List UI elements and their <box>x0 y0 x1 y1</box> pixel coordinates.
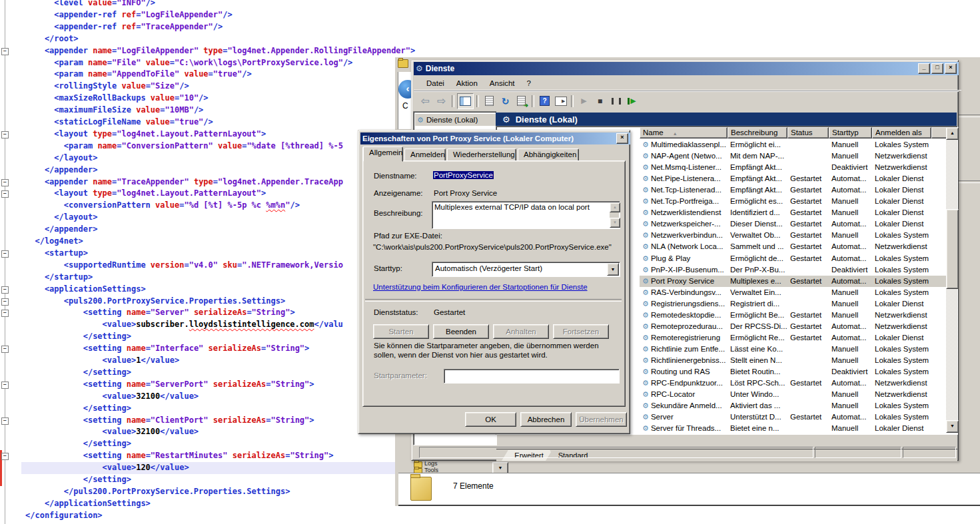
fold-toggle-icon[interactable]: − <box>1 453 9 460</box>
anhalten-button[interactable]: Anhalten <box>493 324 549 339</box>
service-cell: Gestartet <box>787 253 829 264</box>
starttyp-combobox[interactable]: Automatisch (Verzögerter Start) ▼ <box>432 262 620 277</box>
combo-dropdown-icon[interactable]: ▼ <box>607 263 619 276</box>
service-gear-icon: ⚙ <box>642 334 649 342</box>
column-header-starttyp[interactable]: Starttyp <box>829 127 872 138</box>
service-row[interactable]: ⚙ServerUnterstützt D...GestartetAutomat.… <box>640 411 947 423</box>
tab-anmelden[interactable]: Anmelden <box>404 148 446 162</box>
menu-?[interactable]: ? <box>521 78 537 89</box>
menu-aktion[interactable]: Aktion <box>450 78 484 89</box>
extended-view-icon[interactable]: ▶ <box>553 94 568 109</box>
fold-toggle-icon[interactable]: − <box>1 48 9 55</box>
folder-item[interactable]: Logs <box>424 461 438 467</box>
fold-toggle-icon[interactable]: − <box>1 286 9 294</box>
column-header-name[interactable]: Name▲ <box>640 127 728 138</box>
menu-datei[interactable]: Datei <box>420 78 450 89</box>
service-cell: Löst RPC-Sch... <box>728 378 787 389</box>
service-row[interactable]: ⚙Net.Tcp-Portfreiga...Ermöglicht es...Ge… <box>640 196 947 207</box>
service-row[interactable]: ⚙Registrierungsdiens...Registriert di...… <box>640 298 947 310</box>
abbrechen-button[interactable]: Abbrechen <box>520 412 572 427</box>
service-row[interactable]: ⚙Netzwerkverbindun...Verwaltet Ob...Gest… <box>640 230 947 241</box>
service-row[interactable]: ⚙RemoteregistrierungErmöglicht Re...Gest… <box>640 332 947 344</box>
export-list-icon[interactable]: ➜ <box>514 94 529 109</box>
help-icon[interactable]: ? <box>537 94 552 109</box>
show-console-tree-icon[interactable] <box>457 93 474 109</box>
restart-service-icon[interactable]: ▶ <box>624 94 640 109</box>
services-scrollbar[interactable]: ▲ ▼ <box>946 127 957 433</box>
fold-toggle-icon[interactable]: − <box>1 417 9 425</box>
service-row[interactable]: ⚙Net.Pipe-Listenera...Empfängt Akt...Ges… <box>640 173 947 184</box>
service-row[interactable]: ⚙Routing und RASBietet Routin...Deaktivi… <box>640 366 947 378</box>
service-cell: Unterstützt D... <box>728 411 787 423</box>
fold-toggle-icon[interactable]: − <box>1 179 9 186</box>
service-row[interactable]: ⚙Net.Msmq-Listener...Empfängt Akt...Deak… <box>640 162 947 173</box>
tree-item-dienste-lokal[interactable]: ⚙ Dienste (Lokal) <box>415 114 496 126</box>
beschreibung-textbox[interactable]: Multiplexes external TCP/IP data on loca… <box>432 201 620 229</box>
startoptions-help-link[interactable]: Unterstützung beim Konfigurieren der Sta… <box>373 283 588 291</box>
service-row[interactable]: ⚙Server für Threads...Bietet eine n...Ma… <box>640 423 947 433</box>
fold-toggle-icon[interactable]: − <box>1 250 9 258</box>
service-row[interactable]: ⚙Net.Tcp-Listenerad...Empfängt Akt...Ges… <box>640 184 947 196</box>
pause-service-icon[interactable] <box>608 94 624 109</box>
service-name: ⚙Netzwerklistendienst <box>640 207 728 218</box>
service-row[interactable]: ⚙RPC-Endpunktzuor...Löst RPC-Sch...Gesta… <box>640 378 947 389</box>
übernehmen-button[interactable]: Übernehmen <box>576 412 627 427</box>
service-row[interactable]: ⚙NLA (Network Loca...Sammelt und ...Gest… <box>640 241 947 252</box>
service-name: ⚙Net.Tcp-Portfreiga... <box>640 196 728 207</box>
service-name: ⚙Richtlinienergebniss... <box>640 355 728 366</box>
service-row[interactable]: ⚙Richtlinienergebniss...Stellt einen N..… <box>640 355 947 366</box>
service-row[interactable]: ⚙Richtlinie zum Entfe...Lässt eine Ko...… <box>640 344 947 355</box>
tab-abhängigkeiten[interactable]: Abhängigkeiten <box>518 148 579 162</box>
scroll-up-icon[interactable]: ▲ <box>610 202 620 212</box>
dialog-title-bar[interactable]: Eigenschaften von Port Proxy Service (Lo… <box>360 132 630 144</box>
fold-toggle-icon[interactable]: − <box>1 310 9 317</box>
start-service-icon[interactable]: ▶ <box>576 94 592 109</box>
fold-toggle-icon[interactable]: − <box>1 346 9 353</box>
dialog-close-icon[interactable]: × <box>616 133 628 144</box>
service-row[interactable]: ⚙RAS-Verbindungsv...Verwaltet Ein...Manu… <box>640 287 947 298</box>
service-row[interactable]: ⚙Remoteprozedurau...Der RPCSS-Di...Gesta… <box>640 321 947 332</box>
service-row[interactable]: ⚙NAP-Agent (Netwo...Mit dem NAP-...Manue… <box>640 150 947 162</box>
properties-icon[interactable] <box>482 94 497 109</box>
service-row[interactable]: ⚙Port Proxy ServiceMultiplexes e...Gesta… <box>640 276 947 287</box>
scroll-down-button[interactable]: ▼ <box>946 420 959 433</box>
scroll-down-icon[interactable]: ▼ <box>610 218 620 228</box>
fortsetzen-button[interactable]: Fortsetzen <box>553 324 609 339</box>
starten-button[interactable]: Starten <box>373 324 429 339</box>
service-row[interactable]: ⚙PnP-X-IP-Busenum...Der PnP-X-Bu...Deakt… <box>640 264 947 276</box>
menu-ansicht[interactable]: Ansicht <box>484 78 521 89</box>
beenden-button[interactable]: Beenden <box>433 324 489 339</box>
service-row[interactable]: ⚙RPC-LocatorUnter Windo...ManuellNetzwer… <box>640 389 947 400</box>
service-gear-icon: ⚙ <box>642 163 649 172</box>
minimize-button[interactable]: _ <box>918 63 930 74</box>
scrollbar-thumb[interactable] <box>946 209 959 289</box>
maximize-button[interactable]: □ <box>931 63 943 74</box>
startparameter-input[interactable] <box>444 369 620 384</box>
service-row[interactable]: ⚙Remotedesktopdie...Ermöglicht Be...Gest… <box>640 310 947 321</box>
forward-icon[interactable]: ⇨ <box>434 94 449 109</box>
service-row[interactable]: ⚙Plug & PlayErmöglicht de...GestartetAut… <box>640 253 947 264</box>
service-row[interactable]: ⚙NetzwerklistendienstIdentifiziert d...G… <box>640 207 947 218</box>
service-row[interactable]: ⚙Sekundäre Anmeld...Aktiviert das ...Man… <box>640 400 947 411</box>
column-header-beschreibung[interactable]: Beschreibung <box>728 127 787 138</box>
services-title-bar[interactable]: ⚙ Dienste _□× <box>414 62 959 75</box>
fold-toggle-icon[interactable]: − <box>1 131 9 138</box>
column-header-status[interactable]: Status <box>787 127 829 138</box>
fold-toggle-icon[interactable]: − <box>1 298 9 306</box>
service-row[interactable]: ⚙Multimediaklassenpl...Ermöglicht ei...M… <box>640 139 947 150</box>
close-button[interactable]: × <box>945 63 957 74</box>
column-header-anmeldenals[interactable]: Anmelden als <box>872 127 931 138</box>
service-row[interactable]: ⚙Netzwerkspeicher-...Dieser Dienst...Ges… <box>640 218 947 230</box>
fold-toggle-icon[interactable]: − <box>1 382 9 389</box>
tab-allgemein[interactable]: Allgemein <box>363 146 403 162</box>
tab-wiederherstellung[interactable]: Wiederherstellung <box>447 148 516 162</box>
ok-button[interactable]: OK <box>465 412 516 427</box>
refresh-icon[interactable]: ↻ <box>498 94 513 109</box>
service-gear-icon: ⚙ <box>642 413 649 421</box>
stop-service-icon[interactable]: ■ <box>592 94 608 109</box>
fold-toggle-icon[interactable]: − <box>1 190 9 198</box>
beschreibung-scrollbar[interactable]: ▲ ▼ <box>610 202 619 228</box>
service-cell: Empfängt Akt... <box>728 184 787 196</box>
scroll-up-button[interactable]: ▲ <box>946 127 959 140</box>
back-icon[interactable]: ⇦ <box>418 94 433 109</box>
